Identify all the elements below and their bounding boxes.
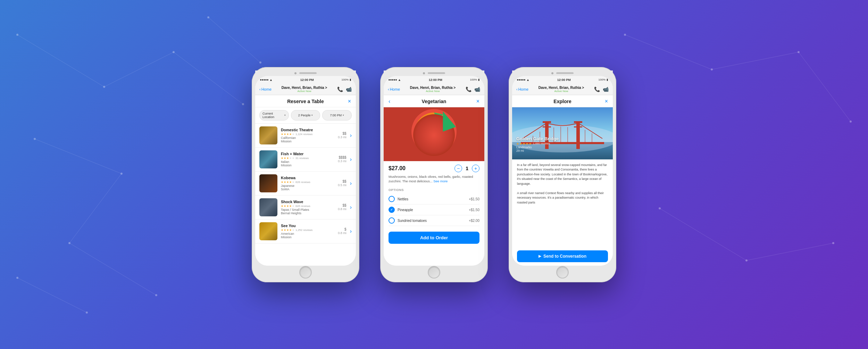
arrow-icon: › <box>350 204 352 210</box>
svg-point-37 <box>435 131 440 135</box>
chevron-down-icon: ▾ <box>284 114 286 117</box>
star-icon: ★ <box>286 133 289 136</box>
explore-description: In a far off land, beyond several snow-c… <box>512 159 613 248</box>
back-panel-button-2[interactable]: ‹ <box>389 98 390 105</box>
restaurant-name: See You <box>281 224 334 228</box>
camera-dot-2 <box>423 72 425 74</box>
home-button-3[interactable] <box>556 266 569 279</box>
option-sundried[interactable]: Sundried tomatoes +$2.00 <box>389 215 479 226</box>
star-icon: ★ <box>286 205 289 208</box>
back-button-1[interactable]: ‹ Home <box>259 87 272 91</box>
decrease-qty-button[interactable]: − <box>454 165 462 172</box>
star-icon: ★ <box>289 228 292 232</box>
active-status-3: Active Now <box>528 90 594 93</box>
time-filter[interactable]: 7:00 PM ▾ <box>322 110 352 121</box>
svg-point-16 <box>242 103 244 105</box>
svg-point-34 <box>415 113 453 151</box>
back-button-3[interactable]: ‹ Home <box>516 87 528 91</box>
review-count: 645 reviews <box>295 205 310 208</box>
svg-point-39 <box>437 124 442 129</box>
svg-line-3 <box>35 139 122 174</box>
option-nettles[interactable]: Nettles +$1.50 <box>389 194 479 205</box>
video-icon-2[interactable]: 📹 <box>474 86 480 92</box>
home-button-1[interactable] <box>299 266 312 279</box>
video-icon-3[interactable]: 📹 <box>603 86 609 92</box>
option-pineapple[interactable]: Pineapple +$1.50 <box>389 205 479 215</box>
option-checkbox-nettles[interactable] <box>389 196 395 202</box>
home-button-2[interactable] <box>428 266 440 279</box>
option-checkbox-pineapple[interactable] <box>389 207 395 213</box>
location-filter[interactable]: Current Location ▾ <box>259 110 289 121</box>
bridge-image: Golden Gate Bridge ★★★★★ 1,690 reviews L… <box>512 107 613 159</box>
restaurant-info-kobewa: Kobewa ★★★★★ 626 reviews Japanese SoMA <box>281 176 334 191</box>
status-left-2: ▲ <box>389 78 401 82</box>
active-status-1: Active Now <box>272 90 337 93</box>
star-icon: ★ <box>284 133 286 136</box>
restaurant-distance: 0.5 mi <box>338 183 347 187</box>
svg-point-38 <box>429 134 435 140</box>
svg-line-5 <box>69 243 156 295</box>
phone-icon-2[interactable]: 📞 <box>466 86 471 92</box>
star-icon: ★ <box>292 133 294 136</box>
option-name: Nettles <box>398 197 466 201</box>
restaurant-meta: Californian <box>281 136 334 140</box>
signal-1 <box>260 79 268 81</box>
send-icon: ▶ <box>539 254 541 258</box>
svg-point-28 <box>16 277 18 279</box>
star-icon: ★ <box>289 133 292 136</box>
wifi-icon-3: ▲ <box>526 78 529 82</box>
option-checkbox-sundried[interactable] <box>389 217 395 224</box>
see-more-link[interactable]: See more <box>433 179 448 183</box>
messenger-header-2: ‹ Home Dave, Henri, Brian, Ruthia > Acti… <box>384 84 484 95</box>
time-2: 12:00 PM <box>429 78 442 82</box>
list-item[interactable]: Fish + Water ★★★★★ 31 reviews Italian Mi… <box>255 148 356 172</box>
send-to-conversation-button[interactable]: ▶ Send to Conversation <box>517 250 608 262</box>
close-button-1[interactable]: × <box>348 98 351 105</box>
star-icon: ★ <box>281 228 283 232</box>
star-icon: ★ <box>286 181 289 184</box>
svg-line-7 <box>712 52 799 69</box>
restaurant-price: $$$$ <box>338 156 347 159</box>
restaurant-neighborhood: Mission <box>281 140 334 143</box>
back-button-2[interactable]: ‹ Home <box>388 87 400 91</box>
messenger-center-3: Dave, Henri, Brian, Ruthia > Active Now <box>528 86 594 93</box>
panel-header-2: ‹ Vegetarian × <box>384 95 484 107</box>
restaurant-info-fishwater: Fish + Water ★★★★★ 31 reviews Italian Mi… <box>281 152 334 167</box>
list-item[interactable]: Kobewa ★★★★★ 626 reviews Japanese SoMA $… <box>255 172 356 196</box>
star-icon: ★ <box>286 157 289 160</box>
close-button-3[interactable]: × <box>605 98 608 105</box>
phone-3: ▲ 12:00 PM 100% ▮ ‹ Home Dave, Henri, Br… <box>509 67 616 282</box>
stars: ★★★★★ 1,124 reviews <box>281 133 334 136</box>
star-icon: ★ <box>286 228 289 232</box>
svg-point-20 <box>155 294 157 296</box>
star-icon: ★ <box>523 142 525 146</box>
star-icon: ★ <box>292 157 294 160</box>
video-icon-1[interactable]: 📹 <box>346 86 352 92</box>
svg-point-19 <box>68 242 70 244</box>
arrow-icon: › <box>350 180 352 186</box>
restaurant-neighborhood: SoMA <box>281 188 334 191</box>
camera-dot-1 <box>294 72 297 74</box>
close-button-2[interactable]: × <box>476 98 479 105</box>
svg-point-18 <box>120 173 123 175</box>
people-filter[interactable]: 2 People ▾ <box>291 110 320 121</box>
phone-icon-3[interactable]: 📞 <box>594 86 600 92</box>
increase-qty-button[interactable]: + <box>472 165 479 172</box>
messenger-header-1: ‹ Home Dave, Henri, Brian, Ruthia > Acti… <box>255 84 356 95</box>
add-to-order-button[interactable]: Add to Order <box>389 232 479 244</box>
list-item[interactable]: Shock Wave ★★★★★ 645 reviews Tapas / Sma… <box>255 196 356 219</box>
list-item[interactable]: Domestic Theatre ★★★★★ 1,124 reviews Cal… <box>255 124 356 148</box>
restaurant-neighborhood: Mission <box>281 164 334 167</box>
svg-line-2 <box>174 52 243 104</box>
svg-point-21 <box>624 34 626 36</box>
bridge-label: Golden Gate Bridge ★★★★★ 1,690 reviews L… <box>516 136 559 152</box>
screen-content-3: Explore × <box>512 95 613 266</box>
svg-point-29 <box>86 311 88 314</box>
options-section: OPTIONS Nettles +$1.50 Pineapple +$1.50 … <box>384 186 484 228</box>
list-item[interactable]: See You ★★★★★ 1,252 reviews American Mis… <box>255 219 356 243</box>
item-price: $27.00 <box>389 165 406 172</box>
star-icon: ★ <box>289 181 292 184</box>
svg-point-33 <box>411 109 457 154</box>
restaurant-meta: Italian <box>281 160 334 164</box>
phone-icon-1[interactable]: 📞 <box>337 86 343 92</box>
